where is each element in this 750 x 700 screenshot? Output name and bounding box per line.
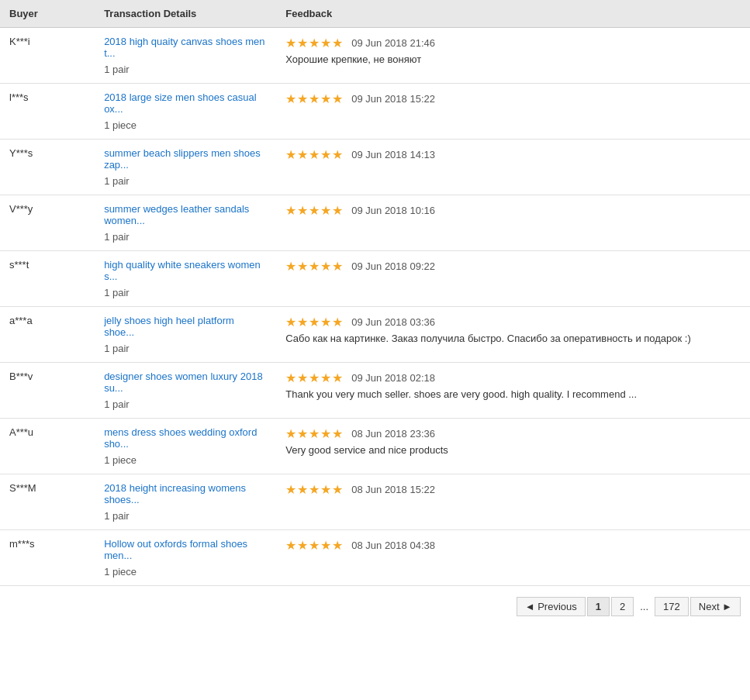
star-rating: ★★★★★ <box>285 203 344 218</box>
quantity-label: 1 pair <box>104 64 267 75</box>
quantity-label: 1 piece <box>104 454 267 466</box>
buyer-cell: m***s <box>0 530 95 586</box>
feedback-date: 08 Jun 2018 15:22 <box>351 484 435 495</box>
transaction-link[interactable]: summer beach slippers men shoes zap... <box>104 147 261 171</box>
feedback-row: ★★★★★08 Jun 2018 04:38 <box>285 538 741 553</box>
buyer-cell: Y***s <box>0 140 95 195</box>
transaction-link[interactable]: Hollow out oxfords formal shoes men... <box>104 538 247 561</box>
quantity-label: 1 pair <box>104 398 267 410</box>
feedback-text: Сабо как на картинке. Заказ получила быс… <box>285 333 741 344</box>
feedback-cell: ★★★★★09 Jun 2018 02:18Thank you very muc… <box>276 363 750 419</box>
transaction-link[interactable]: mens dress shoes wedding oxford sho... <box>104 426 257 450</box>
next-button[interactable]: Next ► <box>690 597 741 616</box>
feedback-cell: ★★★★★09 Jun 2018 03:36Сабо как на картин… <box>276 307 750 363</box>
buyer-cell: s***t <box>0 251 95 307</box>
feedback-row: ★★★★★09 Jun 2018 21:46 <box>285 36 741 50</box>
transaction-link[interactable]: high quality white sneakers women s... <box>104 259 261 282</box>
transaction-link[interactable]: 2018 high quaity canvas shoes men t... <box>104 36 264 59</box>
feedback-row: ★★★★★09 Jun 2018 09:22 <box>285 259 741 274</box>
table-row: S***M2018 height increasing womens shoes… <box>0 474 750 530</box>
feedback-row: ★★★★★09 Jun 2018 03:36 <box>285 315 741 329</box>
table-row: K***i2018 high quaity canvas shoes men t… <box>0 28 750 84</box>
star-rating: ★★★★★ <box>285 259 344 274</box>
pagination: ◄ Previous 1 2 ... 172 Next ► <box>0 586 750 627</box>
transaction-cell: mens dress shoes wedding oxford sho...1 … <box>95 419 276 474</box>
page-ellipsis: ... <box>635 598 653 616</box>
table-row: s***thigh quality white sneakers women s… <box>0 251 750 307</box>
quantity-label: 1 piece <box>104 566 267 578</box>
feedback-row: ★★★★★09 Jun 2018 02:18 <box>285 371 741 385</box>
buyer-cell: a***a <box>0 307 95 363</box>
quantity-label: 1 piece <box>104 119 267 131</box>
feedback-date: 09 Jun 2018 03:36 <box>351 316 435 328</box>
feedback-date: 08 Jun 2018 04:38 <box>351 540 435 551</box>
transaction-link[interactable]: 2018 large size men shoes casual ox... <box>104 91 257 115</box>
feedback-date: 08 Jun 2018 23:36 <box>351 428 435 440</box>
feedback-row: ★★★★★08 Jun 2018 23:36 <box>285 426 741 441</box>
star-rating: ★★★★★ <box>285 147 344 162</box>
reviews-table: Buyer Transaction Details Feedback K***i… <box>0 0 750 586</box>
page-172-button[interactable]: 172 <box>655 597 689 616</box>
star-rating: ★★★★★ <box>285 315 344 329</box>
page-2-button[interactable]: 2 <box>611 597 634 616</box>
feedback-row: ★★★★★09 Jun 2018 10:16 <box>285 203 741 218</box>
col-header-buyer: Buyer <box>0 0 95 28</box>
col-header-feedback: Feedback <box>276 0 750 28</box>
buyer-cell: l***s <box>0 84 95 140</box>
feedback-cell: ★★★★★08 Jun 2018 15:22 <box>276 474 750 530</box>
transaction-link[interactable]: summer wedges leather sandals women... <box>104 203 249 226</box>
star-rating: ★★★★★ <box>285 36 344 50</box>
feedback-cell: ★★★★★09 Jun 2018 10:16 <box>276 195 750 251</box>
table-header-row: Buyer Transaction Details Feedback <box>0 0 750 28</box>
feedback-cell: ★★★★★08 Jun 2018 04:38 <box>276 530 750 586</box>
star-rating: ★★★★★ <box>285 371 344 385</box>
feedback-cell: ★★★★★09 Jun 2018 09:22 <box>276 251 750 307</box>
table-row: B***vdesigner shoes women luxury 2018 su… <box>0 363 750 419</box>
transaction-cell: summer beach slippers men shoes zap...1 … <box>95 140 276 195</box>
feedback-date: 09 Jun 2018 10:16 <box>351 205 435 216</box>
feedback-cell: ★★★★★09 Jun 2018 15:22 <box>276 84 750 140</box>
feedback-cell: ★★★★★09 Jun 2018 21:46Хорошие крепкие, н… <box>276 28 750 84</box>
transaction-cell: 2018 large size men shoes casual ox...1 … <box>95 84 276 140</box>
feedback-text: Very good service and nice products <box>285 444 741 456</box>
star-rating: ★★★★★ <box>285 91 344 106</box>
table-row: a***ajelly shoes high heel platform shoe… <box>0 307 750 363</box>
feedback-row: ★★★★★09 Jun 2018 14:13 <box>285 147 741 162</box>
transaction-link[interactable]: designer shoes women luxury 2018 su... <box>104 371 263 394</box>
table-row: A***umens dress shoes wedding oxford sho… <box>0 419 750 474</box>
table-row: m***sHollow out oxfords formal shoes men… <box>0 530 750 586</box>
star-rating: ★★★★★ <box>285 482 344 497</box>
transaction-link[interactable]: 2018 height increasing womens shoes... <box>104 482 246 505</box>
transaction-cell: 2018 high quaity canvas shoes men t...1 … <box>95 28 276 84</box>
feedback-date: 09 Jun 2018 15:22 <box>351 93 435 105</box>
feedback-date: 09 Jun 2018 02:18 <box>351 372 435 384</box>
prev-button[interactable]: ◄ Previous <box>517 597 586 616</box>
transaction-cell: 2018 height increasing womens shoes...1 … <box>95 474 276 530</box>
table-row: Y***ssummer beach slippers men shoes zap… <box>0 140 750 195</box>
buyer-cell: A***u <box>0 419 95 474</box>
feedback-cell: ★★★★★09 Jun 2018 14:13 <box>276 140 750 195</box>
quantity-label: 1 pair <box>104 231 267 243</box>
feedback-date: 09 Jun 2018 14:13 <box>351 149 435 160</box>
transaction-cell: Hollow out oxfords formal shoes men...1 … <box>95 530 276 586</box>
transaction-link[interactable]: jelly shoes high heel platform shoe... <box>104 315 234 338</box>
feedback-row: ★★★★★08 Jun 2018 15:22 <box>285 482 741 497</box>
star-rating: ★★★★★ <box>285 426 344 441</box>
transaction-cell: designer shoes women luxury 2018 su...1 … <box>95 363 276 419</box>
quantity-label: 1 pair <box>104 287 267 298</box>
feedback-text: Thank you very much seller. shoes are ve… <box>285 388 741 400</box>
feedback-date: 09 Jun 2018 09:22 <box>351 260 435 272</box>
quantity-label: 1 pair <box>104 175 267 187</box>
feedback-text: Хорошие крепкие, не воняют <box>285 53 741 65</box>
table-row: V***ysummer wedges leather sandals women… <box>0 195 750 251</box>
buyer-cell: S***M <box>0 474 95 530</box>
col-header-transaction: Transaction Details <box>95 0 276 28</box>
table-row: l***s2018 large size men shoes casual ox… <box>0 84 750 140</box>
page-1-button[interactable]: 1 <box>587 597 610 616</box>
star-rating: ★★★★★ <box>285 538 344 553</box>
feedback-cell: ★★★★★08 Jun 2018 23:36Very good service … <box>276 419 750 474</box>
quantity-label: 1 pair <box>104 510 267 522</box>
reviews-table-container: Buyer Transaction Details Feedback K***i… <box>0 0 750 627</box>
feedback-row: ★★★★★09 Jun 2018 15:22 <box>285 91 741 106</box>
transaction-cell: jelly shoes high heel platform shoe...1 … <box>95 307 276 363</box>
